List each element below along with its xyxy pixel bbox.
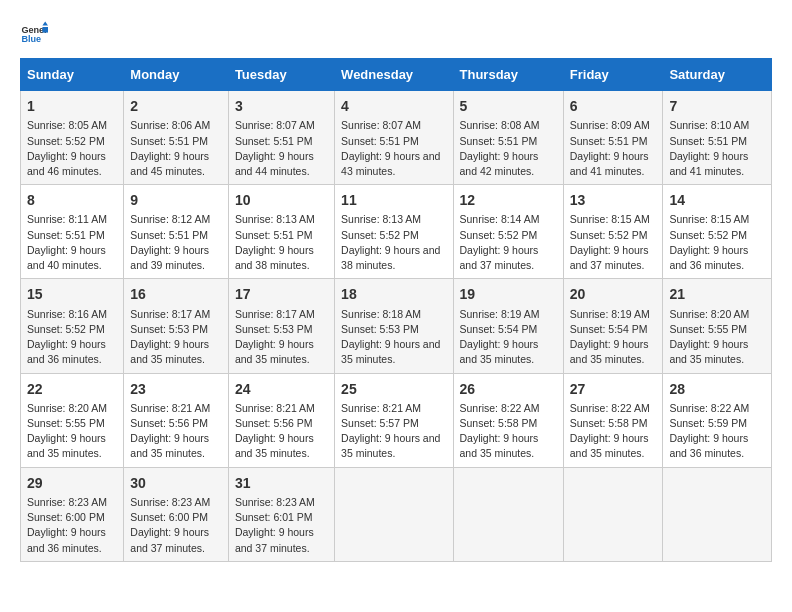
sunrise-text: Sunrise: 8:21 AM bbox=[130, 401, 222, 416]
daylight-text: Daylight: 9 hours and 36 minutes. bbox=[669, 243, 765, 273]
sunset-text: Sunset: 5:53 PM bbox=[235, 322, 328, 337]
day-cell: 9Sunrise: 8:12 AMSunset: 5:51 PMDaylight… bbox=[124, 185, 229, 279]
day-cell: 7Sunrise: 8:10 AMSunset: 5:51 PMDaylight… bbox=[663, 91, 772, 185]
sunrise-text: Sunrise: 8:15 AM bbox=[669, 212, 765, 227]
day-cell: 14Sunrise: 8:15 AMSunset: 5:52 PMDayligh… bbox=[663, 185, 772, 279]
day-number: 21 bbox=[669, 284, 765, 304]
day-cell bbox=[663, 467, 772, 561]
sunrise-text: Sunrise: 8:22 AM bbox=[669, 401, 765, 416]
sunset-text: Sunset: 5:58 PM bbox=[570, 416, 657, 431]
day-cell: 19Sunrise: 8:19 AMSunset: 5:54 PMDayligh… bbox=[453, 279, 563, 373]
daylight-text: Daylight: 9 hours and 41 minutes. bbox=[570, 149, 657, 179]
daylight-text: Daylight: 9 hours and 35 minutes. bbox=[130, 431, 222, 461]
header-saturday: Saturday bbox=[663, 59, 772, 91]
daylight-text: Daylight: 9 hours and 37 minutes. bbox=[130, 525, 222, 555]
day-cell: 28Sunrise: 8:22 AMSunset: 5:59 PMDayligh… bbox=[663, 373, 772, 467]
sunset-text: Sunset: 5:58 PM bbox=[460, 416, 557, 431]
week-row-0: 1Sunrise: 8:05 AMSunset: 5:52 PMDaylight… bbox=[21, 91, 772, 185]
day-number: 26 bbox=[460, 379, 557, 399]
week-row-4: 29Sunrise: 8:23 AMSunset: 6:00 PMDayligh… bbox=[21, 467, 772, 561]
day-number: 30 bbox=[130, 473, 222, 493]
header-friday: Friday bbox=[563, 59, 663, 91]
sunrise-text: Sunrise: 8:23 AM bbox=[235, 495, 328, 510]
daylight-text: Daylight: 9 hours and 42 minutes. bbox=[460, 149, 557, 179]
daylight-text: Daylight: 9 hours and 35 minutes. bbox=[460, 337, 557, 367]
sunrise-text: Sunrise: 8:20 AM bbox=[669, 307, 765, 322]
sunrise-text: Sunrise: 8:12 AM bbox=[130, 212, 222, 227]
day-cell: 26Sunrise: 8:22 AMSunset: 5:58 PMDayligh… bbox=[453, 373, 563, 467]
daylight-text: Daylight: 9 hours and 44 minutes. bbox=[235, 149, 328, 179]
day-number: 19 bbox=[460, 284, 557, 304]
sunset-text: Sunset: 5:51 PM bbox=[235, 134, 328, 149]
day-number: 28 bbox=[669, 379, 765, 399]
logo-icon: General Blue bbox=[20, 20, 48, 48]
day-number: 3 bbox=[235, 96, 328, 116]
day-number: 10 bbox=[235, 190, 328, 210]
sunrise-text: Sunrise: 8:23 AM bbox=[27, 495, 117, 510]
logo: General Blue bbox=[20, 20, 52, 48]
sunrise-text: Sunrise: 8:10 AM bbox=[669, 118, 765, 133]
sunset-text: Sunset: 5:52 PM bbox=[341, 228, 446, 243]
day-number: 4 bbox=[341, 96, 446, 116]
day-number: 23 bbox=[130, 379, 222, 399]
sunset-text: Sunset: 5:59 PM bbox=[669, 416, 765, 431]
day-number: 20 bbox=[570, 284, 657, 304]
day-number: 8 bbox=[27, 190, 117, 210]
day-cell: 23Sunrise: 8:21 AMSunset: 5:56 PMDayligh… bbox=[124, 373, 229, 467]
sunrise-text: Sunrise: 8:21 AM bbox=[235, 401, 328, 416]
svg-text:Blue: Blue bbox=[21, 34, 41, 44]
daylight-text: Daylight: 9 hours and 35 minutes. bbox=[235, 337, 328, 367]
day-number: 5 bbox=[460, 96, 557, 116]
day-number: 14 bbox=[669, 190, 765, 210]
header-monday: Monday bbox=[124, 59, 229, 91]
sunset-text: Sunset: 5:51 PM bbox=[130, 228, 222, 243]
sunset-text: Sunset: 5:51 PM bbox=[235, 228, 328, 243]
daylight-text: Daylight: 9 hours and 35 minutes. bbox=[130, 337, 222, 367]
day-cell: 20Sunrise: 8:19 AMSunset: 5:54 PMDayligh… bbox=[563, 279, 663, 373]
day-number: 11 bbox=[341, 190, 446, 210]
day-cell bbox=[563, 467, 663, 561]
day-number: 12 bbox=[460, 190, 557, 210]
sunset-text: Sunset: 6:00 PM bbox=[130, 510, 222, 525]
sunrise-text: Sunrise: 8:13 AM bbox=[341, 212, 446, 227]
day-cell: 10Sunrise: 8:13 AMSunset: 5:51 PMDayligh… bbox=[228, 185, 334, 279]
sunrise-text: Sunrise: 8:21 AM bbox=[341, 401, 446, 416]
day-cell: 21Sunrise: 8:20 AMSunset: 5:55 PMDayligh… bbox=[663, 279, 772, 373]
calendar-table: SundayMondayTuesdayWednesdayThursdayFrid… bbox=[20, 58, 772, 562]
day-cell: 30Sunrise: 8:23 AMSunset: 6:00 PMDayligh… bbox=[124, 467, 229, 561]
sunset-text: Sunset: 6:00 PM bbox=[27, 510, 117, 525]
day-number: 7 bbox=[669, 96, 765, 116]
daylight-text: Daylight: 9 hours and 36 minutes. bbox=[27, 337, 117, 367]
day-number: 29 bbox=[27, 473, 117, 493]
sunrise-text: Sunrise: 8:05 AM bbox=[27, 118, 117, 133]
sunrise-text: Sunrise: 8:08 AM bbox=[460, 118, 557, 133]
sunrise-text: Sunrise: 8:19 AM bbox=[570, 307, 657, 322]
sunset-text: Sunset: 5:51 PM bbox=[130, 134, 222, 149]
day-number: 22 bbox=[27, 379, 117, 399]
daylight-text: Daylight: 9 hours and 38 minutes. bbox=[235, 243, 328, 273]
sunset-text: Sunset: 6:01 PM bbox=[235, 510, 328, 525]
svg-marker-3 bbox=[42, 27, 48, 33]
day-cell: 4Sunrise: 8:07 AMSunset: 5:51 PMDaylight… bbox=[335, 91, 453, 185]
day-cell: 8Sunrise: 8:11 AMSunset: 5:51 PMDaylight… bbox=[21, 185, 124, 279]
daylight-text: Daylight: 9 hours and 35 minutes. bbox=[570, 337, 657, 367]
sunset-text: Sunset: 5:57 PM bbox=[341, 416, 446, 431]
sunrise-text: Sunrise: 8:07 AM bbox=[341, 118, 446, 133]
daylight-text: Daylight: 9 hours and 43 minutes. bbox=[341, 149, 446, 179]
day-cell: 1Sunrise: 8:05 AMSunset: 5:52 PMDaylight… bbox=[21, 91, 124, 185]
day-cell: 29Sunrise: 8:23 AMSunset: 6:00 PMDayligh… bbox=[21, 467, 124, 561]
week-row-1: 8Sunrise: 8:11 AMSunset: 5:51 PMDaylight… bbox=[21, 185, 772, 279]
sunrise-text: Sunrise: 8:17 AM bbox=[235, 307, 328, 322]
day-cell: 11Sunrise: 8:13 AMSunset: 5:52 PMDayligh… bbox=[335, 185, 453, 279]
day-cell: 15Sunrise: 8:16 AMSunset: 5:52 PMDayligh… bbox=[21, 279, 124, 373]
sunset-text: Sunset: 5:55 PM bbox=[669, 322, 765, 337]
sunrise-text: Sunrise: 8:22 AM bbox=[570, 401, 657, 416]
daylight-text: Daylight: 9 hours and 35 minutes. bbox=[570, 431, 657, 461]
daylight-text: Daylight: 9 hours and 45 minutes. bbox=[130, 149, 222, 179]
daylight-text: Daylight: 9 hours and 39 minutes. bbox=[130, 243, 222, 273]
header-tuesday: Tuesday bbox=[228, 59, 334, 91]
daylight-text: Daylight: 9 hours and 37 minutes. bbox=[460, 243, 557, 273]
sunset-text: Sunset: 5:56 PM bbox=[130, 416, 222, 431]
daylight-text: Daylight: 9 hours and 41 minutes. bbox=[669, 149, 765, 179]
day-cell: 25Sunrise: 8:21 AMSunset: 5:57 PMDayligh… bbox=[335, 373, 453, 467]
